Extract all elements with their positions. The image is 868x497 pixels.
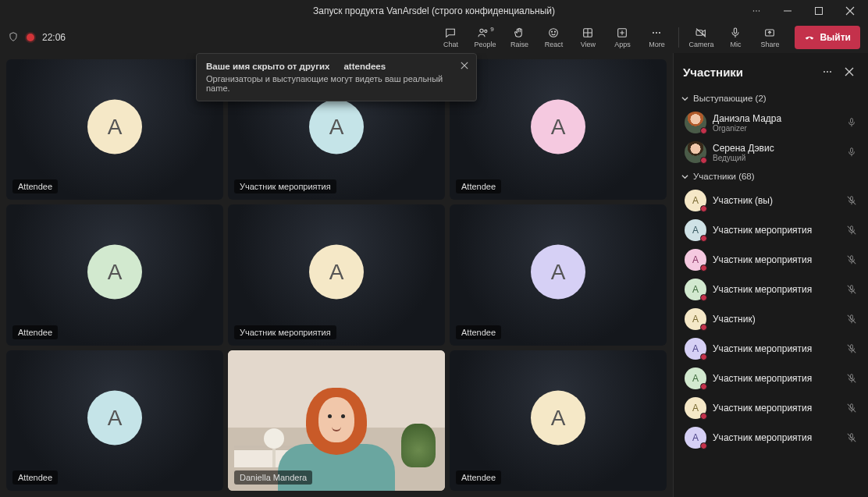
mic-button[interactable]: Mic bbox=[720, 23, 751, 52]
participant-name: Участник мероприятия bbox=[713, 432, 837, 443]
avatar bbox=[685, 141, 706, 163]
share-button[interactable]: Share bbox=[754, 23, 785, 52]
avatar: A bbox=[685, 367, 706, 389]
chevron-down-icon bbox=[681, 173, 688, 180]
participant-tile[interactable]: A Attendee bbox=[6, 204, 223, 345]
participant-name-label: Attendee bbox=[456, 325, 501, 339]
participant-row[interactable]: A Участник мероприятия bbox=[674, 393, 868, 423]
avatar: A bbox=[531, 390, 585, 445]
participant-name-label: Attendee bbox=[12, 470, 58, 485]
participant-tile[interactable]: A Attendee bbox=[6, 59, 223, 200]
participant-name: Серена Дэвис bbox=[713, 143, 837, 154]
participant-role: Ведущий bbox=[713, 154, 837, 162]
svg-point-13 bbox=[656, 32, 657, 34]
participant-row[interactable]: A Участник мероприятия bbox=[674, 245, 868, 275]
avatar: A bbox=[87, 245, 142, 300]
participants-close-button[interactable] bbox=[838, 61, 860, 83]
avatar: A bbox=[87, 390, 142, 445]
participant-name: Участник мероприятия bbox=[713, 225, 837, 236]
participant-tile[interactable]: A Attendee bbox=[6, 350, 223, 491]
view-button[interactable]: View bbox=[572, 23, 603, 52]
avatar: A bbox=[685, 279, 706, 300]
avatar: A bbox=[685, 397, 706, 419]
chat-button[interactable]: Chat bbox=[435, 23, 466, 52]
svg-rect-3 bbox=[784, 11, 792, 12]
avatar: A bbox=[685, 308, 706, 330]
participant-tile[interactable]: A Attendee bbox=[450, 204, 667, 345]
close-window-button[interactable] bbox=[837, 2, 863, 20]
chevron-down-icon bbox=[681, 95, 688, 102]
leave-button[interactable]: Выйти bbox=[795, 26, 860, 49]
svg-point-12 bbox=[653, 32, 654, 34]
mic-off-icon bbox=[843, 284, 860, 295]
raise-hand-button[interactable]: Raise bbox=[503, 23, 535, 52]
svg-rect-4 bbox=[816, 8, 823, 15]
more-actions-button[interactable]: More bbox=[641, 23, 672, 52]
participant-row[interactable]: Серена Дэвис Ведущий bbox=[674, 137, 868, 167]
participant-tile[interactable]: Daniella Mandera bbox=[228, 350, 445, 491]
participant-name-label: Участник мероприятия bbox=[234, 179, 336, 193]
participant-name: Участник мероприятия bbox=[713, 403, 837, 414]
svg-point-20 bbox=[830, 71, 831, 73]
people-button[interactable]: 9 People bbox=[469, 23, 500, 52]
participant-tile[interactable]: A Attendee bbox=[450, 59, 667, 200]
status-busy-icon bbox=[700, 235, 707, 242]
participant-name: Участник мероприятия bbox=[713, 373, 837, 384]
participant-row[interactable]: A Участник мероприятия bbox=[674, 215, 868, 245]
participant-name: Участник мероприятия bbox=[713, 343, 837, 354]
status-busy-icon bbox=[700, 294, 707, 301]
participant-row[interactable]: A Участник мероприятия bbox=[674, 275, 868, 304]
toolbar-divider bbox=[678, 27, 679, 48]
apps-button[interactable]: Apps bbox=[607, 23, 638, 52]
mic-off-icon bbox=[843, 225, 860, 236]
mic-off-icon bbox=[843, 373, 860, 384]
attendees-section-header[interactable]: Участники (68) bbox=[674, 167, 868, 186]
mic-off-icon bbox=[843, 403, 860, 414]
camera-button[interactable]: Camera bbox=[685, 23, 717, 52]
participant-row[interactable]: A Участник (вы) bbox=[674, 186, 868, 215]
phone-down-icon bbox=[804, 31, 815, 44]
participant-row[interactable]: A Участник мероприятия bbox=[674, 423, 868, 453]
status-busy-icon bbox=[700, 127, 707, 134]
participant-row[interactable]: A Участник мероприятия bbox=[674, 334, 868, 364]
status-busy-icon bbox=[700, 157, 707, 164]
participant-name-label: Attendee bbox=[456, 470, 501, 485]
participant-row[interactable]: A Участник) bbox=[674, 304, 868, 334]
participant-role: Organizer bbox=[713, 124, 837, 133]
status-busy-icon bbox=[700, 413, 707, 420]
video-feed bbox=[228, 350, 445, 491]
meeting-timer: 22:06 bbox=[42, 32, 66, 43]
svg-rect-22 bbox=[851, 148, 853, 153]
status-busy-icon bbox=[700, 264, 707, 272]
react-button[interactable]: React bbox=[538, 23, 569, 52]
avatar: A bbox=[685, 338, 706, 360]
participant-tile[interactable]: A Attendee bbox=[450, 350, 667, 491]
svg-rect-16 bbox=[735, 28, 737, 34]
more-window-button[interactable] bbox=[743, 2, 770, 20]
avatar: A bbox=[685, 219, 706, 241]
avatar bbox=[685, 112, 706, 133]
tooltip-close-button[interactable] bbox=[457, 59, 471, 73]
svg-point-1 bbox=[756, 10, 757, 12]
participant-row[interactable]: Даниэла Мадра Organizer bbox=[674, 108, 868, 137]
participant-row[interactable]: A Участник мероприятия bbox=[674, 364, 868, 393]
participant-name: Участник (вы) bbox=[713, 195, 837, 206]
avatar: A bbox=[87, 100, 142, 154]
svg-point-19 bbox=[827, 71, 828, 73]
participants-title: Участники bbox=[683, 66, 816, 79]
svg-point-9 bbox=[555, 31, 556, 32]
maximize-window-button[interactable] bbox=[806, 2, 832, 20]
mic-off-icon bbox=[843, 314, 860, 325]
avatar: A bbox=[685, 249, 706, 271]
presenters-section-header[interactable]: Выступающие (2) bbox=[674, 89, 868, 108]
titlebar: Запуск продукта VanArsdel (строго конфид… bbox=[0, 0, 868, 22]
name-hidden-tooltip: Ваше имя скрыто от других attendees Орга… bbox=[196, 53, 477, 101]
svg-point-5 bbox=[480, 29, 483, 32]
mic-off-icon bbox=[843, 195, 860, 206]
participant-name: Даниэла Мадра bbox=[713, 113, 837, 124]
participant-name-label: Участник мероприятия bbox=[234, 325, 336, 339]
participant-tile[interactable]: A Участник мероприятия bbox=[228, 204, 445, 345]
minimize-window-button[interactable] bbox=[774, 2, 801, 20]
participants-more-button[interactable] bbox=[816, 61, 838, 83]
avatar: A bbox=[685, 427, 706, 449]
